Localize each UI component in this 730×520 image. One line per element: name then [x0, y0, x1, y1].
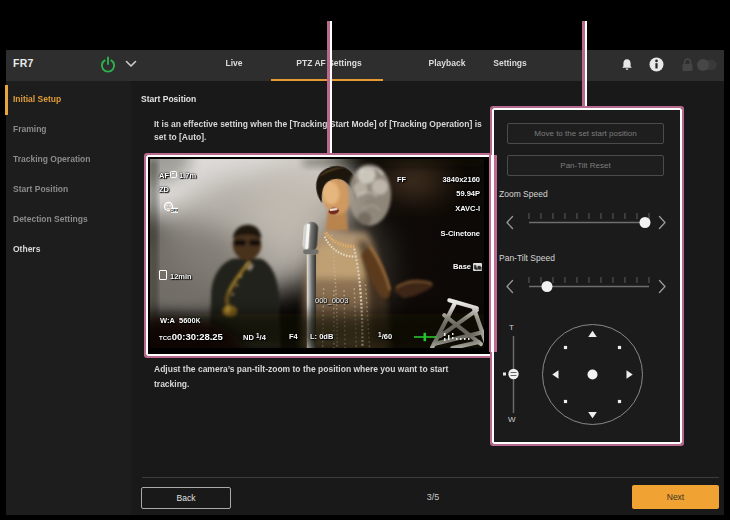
svg-text:OFF: OFF — [170, 208, 178, 213]
